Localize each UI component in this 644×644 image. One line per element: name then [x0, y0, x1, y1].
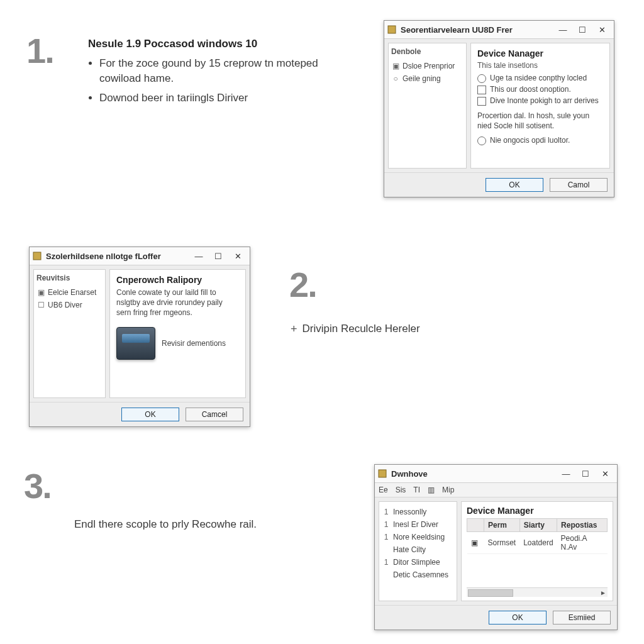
row-icon: ▣ [467, 532, 484, 554]
step-2-text: + Drivipin Reculcle Hereler [291, 321, 420, 337]
close-button[interactable]: ✕ [592, 23, 611, 36]
close-button[interactable]: ✕ [228, 249, 247, 263]
cancel-button[interactable]: Camcel [186, 408, 243, 421]
minimize-button[interactable]: — [556, 467, 575, 480]
dialog-3-menubar: Ее Sis TI ▥ Mip [375, 483, 617, 497]
step-2-number: 2. [289, 264, 316, 305]
num-icon: 1 [383, 558, 389, 567]
cancel-button[interactable]: Camol [550, 178, 608, 192]
option-row[interactable]: Dive Inonte pokigh to arr derives [477, 96, 603, 106]
app-icon [387, 25, 397, 35]
checkbox-icon[interactable] [477, 97, 486, 106]
checkbox-icon[interactable] [477, 86, 486, 94]
ok-button[interactable]: OK [489, 611, 547, 625]
option-row[interactable]: Nie ongocis opdi luoltor. [477, 136, 603, 145]
table-row[interactable]: ▣ Sormset Loatderd Peodi.A N.Av [467, 532, 608, 554]
content-heading: Device Nanager [477, 48, 603, 58]
step-1-number: 1. [26, 30, 53, 71]
sidebar-item[interactable]: 1Ditor Slimplee [382, 556, 454, 569]
col-header[interactable]: Siarty [519, 519, 557, 532]
option-row[interactable]: This our doost onoption. [477, 85, 603, 94]
col-header[interactable]: Repostias [557, 519, 608, 532]
dialog-2: Szolerhildsene nllotge fLoffer — ☐ ✕ Reu… [29, 247, 250, 427]
svg-rect-2 [379, 470, 386, 477]
ok-button[interactable]: OK [121, 408, 179, 421]
num-icon: 1 [383, 508, 389, 516]
dialog-1-content: Device Nanager This tale insetlons Uge t… [470, 43, 610, 169]
content-heading: Device Manager [467, 506, 608, 516]
dialog-3-title: Dwnhove [391, 469, 556, 479]
step-3-text: Endl there scople to prly Recowhe rail. [74, 517, 313, 533]
col-header[interactable]: Perm [484, 519, 520, 532]
svg-rect-1 [33, 252, 41, 260]
option-label: Dive Inonte pokigh to arr derives [490, 96, 599, 105]
device-icon: ▣ [38, 288, 44, 297]
maximize-button[interactable]: ☐ [572, 23, 592, 36]
sidebar-item-label: Eelcie Enarset [48, 288, 96, 297]
dialog-3-sidebar: 1Inessonlly 1Inesl Er Diver 1Nore Keelds… [379, 501, 457, 601]
option-label: Nie ongocis opdi luoltor. [490, 136, 570, 145]
horizontal-scrollbar[interactable]: ◄ ► [467, 587, 608, 597]
scroll-right-icon[interactable]: ► [599, 588, 608, 597]
step-1-bullet-0: For the zoce gound by 15 creprow tn mote… [99, 56, 327, 87]
minimize-button[interactable]: — [189, 249, 208, 263]
cell: Loatderd [519, 532, 557, 554]
dialog-1: Seorentiarvelearn UU8D Frer — ☐ ✕ Denbol… [384, 20, 614, 197]
sidebar-item[interactable]: ▣ Eelcie Enarset [36, 286, 103, 299]
checkbox-icon: ☐ [38, 301, 44, 309]
dialog-2-sidebar: Reuvitsis ▣ Eelcie Enarset ☐ UB6 Diver [33, 269, 106, 398]
menu-item[interactable]: ▥ [428, 486, 435, 494]
dialog-1-sidebar: Denbole ▣ Dsloe Prenprior ○ Geile gning [388, 43, 467, 169]
plus-icon: + [291, 321, 297, 337]
content-paragraph: Conle cowate ty our laild fill to nslgtb… [116, 287, 239, 318]
svg-rect-0 [388, 26, 396, 33]
option-row[interactable]: Uge ta nsidee conpthy locled [477, 74, 603, 83]
sidebar-item[interactable]: ▣ Dsloe Prenprior [391, 60, 464, 72]
sidebar-item[interactable]: Detic Casemnes [382, 569, 454, 581]
device-illustration-icon [116, 327, 155, 360]
dialog-1-titlebar[interactable]: Seorentiarvelearn UU8D Frer — ☐ ✕ [384, 21, 614, 39]
num-icon: 1 [383, 533, 389, 541]
maximize-button[interactable]: ☐ [575, 467, 595, 480]
sidebar-item-label: UB6 Diver [48, 301, 82, 309]
cancel-button[interactable]: Esmiied [553, 611, 611, 625]
step-1-text: Nesule 1.9 Poccasod windows 10 For the z… [88, 36, 327, 110]
sidebar-item[interactable]: 1Inessonlly [382, 506, 454, 518]
app-icon [32, 251, 42, 261]
menu-item[interactable]: Mip [442, 486, 454, 494]
radio-icon[interactable] [477, 74, 486, 83]
ok-button[interactable]: OK [486, 178, 543, 192]
step-1-bullet-1: Downod beer in tariingls Diriver [99, 91, 327, 106]
menu-item[interactable]: TI [413, 486, 420, 494]
sidebar-item-label: Detic Casemnes [393, 570, 448, 579]
dialog-3-content: Device Manager Perm Siarty Repostias ▣ S… [461, 501, 613, 601]
sidebar-item[interactable]: Hate Cilty [382, 543, 454, 556]
scroll-thumb[interactable] [468, 589, 513, 597]
sidebar-header: Denbole [391, 47, 464, 56]
maximize-button[interactable]: ☐ [208, 249, 228, 263]
radio-icon: ○ [392, 74, 399, 83]
sidebar-item-label: Dsloe Prenprior [402, 62, 455, 70]
minimize-button[interactable]: — [553, 23, 572, 36]
close-button[interactable]: ✕ [595, 467, 614, 480]
sidebar-item-label: Hate Cilty [393, 545, 426, 554]
dialog-2-content: Cnperowch Ralipory Conle cowate ty our l… [109, 269, 246, 398]
cell: Sormset [484, 532, 520, 554]
num-icon: 1 [383, 520, 389, 529]
radio-icon[interactable] [477, 136, 486, 145]
sidebar-item-label: Inessonlly [393, 508, 426, 516]
step-3-line: Endl there scople to prly Recowhe rail. [74, 518, 257, 530]
dialog-3-titlebar[interactable]: Dwnhove — ☐ ✕ [375, 465, 617, 483]
menu-item[interactable]: Sis [396, 486, 406, 494]
content-subheading: This tale insetlons [477, 61, 603, 70]
dialog-2-title: Szolerhildsene nllotge fLoffer [46, 252, 189, 261]
sidebar-item[interactable]: 1Nore Keeldsing [382, 531, 454, 543]
sidebar-item[interactable]: ○ Geile gning [391, 72, 464, 85]
menu-item[interactable]: Ее [379, 486, 388, 494]
dialog-2-titlebar[interactable]: Szolerhildsene nllotge fLoffer — ☐ ✕ [30, 247, 250, 265]
sidebar-item-label: Nore Keeldsing [393, 533, 445, 541]
dialog-3: Dwnhove — ☐ ✕ Ее Sis TI ▥ Mip 1Inessonll… [374, 464, 618, 630]
sidebar-item[interactable]: ☐ UB6 Diver [36, 299, 103, 311]
sidebar-item[interactable]: 1Inesl Er Diver [382, 518, 454, 531]
device-icon: ▣ [392, 62, 399, 70]
